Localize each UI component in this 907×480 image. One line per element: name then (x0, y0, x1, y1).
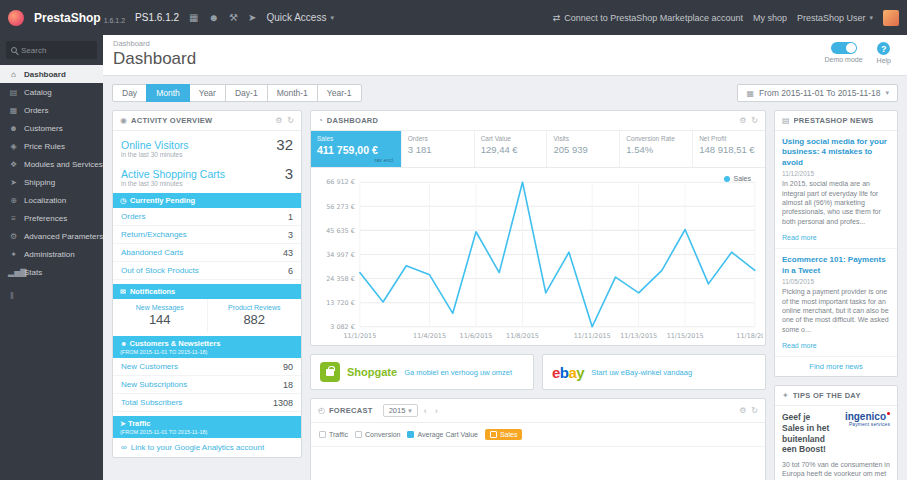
my-shop-link[interactable]: My shop (753, 13, 787, 23)
article-excerpt: Picking a payment provider is one of the… (782, 287, 890, 334)
activity-overview-panel: ◉ ACTIVITY OVERVIEW ⚙ ↻ Online Visitors … (112, 110, 302, 458)
year-minus-1-button[interactable]: Year-1 (317, 84, 362, 102)
prestashop-logo[interactable] (8, 10, 24, 26)
cart-icon[interactable]: ▦ (189, 12, 198, 23)
new-messages-cell[interactable]: New Messages 144 (113, 299, 208, 332)
sidebar-item-administration[interactable]: ✦ Administration (0, 245, 103, 263)
bag-icon (326, 369, 334, 376)
online-visitors-link[interactable]: Online Visitors (121, 139, 189, 151)
article-title-link[interactable]: Using social media for your business: 4 … (782, 137, 890, 168)
quick-access-label: Quick Access (266, 12, 326, 23)
svg-text:45 635 €: 45 635 € (326, 227, 355, 235)
settings-icon[interactable]: ⚙ (739, 406, 746, 415)
day-minus-1-button[interactable]: Day-1 (225, 84, 268, 102)
refresh-icon[interactable]: ↻ (751, 116, 758, 125)
shopgate-link[interactable]: Ga mobiel en verhoog uw omzet (404, 368, 512, 377)
avatar[interactable] (883, 10, 899, 26)
caret-down-icon: ▾ (869, 14, 873, 22)
sidebar-item-orders[interactable]: ▦ Orders (0, 101, 103, 119)
out-of-stock-link[interactable]: Out of Stock Products (121, 266, 199, 275)
new-subscriptions-link[interactable]: New Subscriptions (121, 380, 187, 389)
marketplace-link[interactable]: ⇄ Connect to PrestaShop Marketplace acco… (553, 13, 743, 23)
month-minus-1-button[interactable]: Month-1 (267, 84, 318, 102)
demo-mode-toggle[interactable] (831, 42, 857, 54)
kpi-conversion-rate[interactable]: Conversion Rate 1.54% (620, 131, 693, 167)
shop-name[interactable]: PS1.6.1.2 (135, 12, 179, 23)
svg-text:34 997 €: 34 997 € (326, 251, 355, 259)
kpi-orders[interactable]: Orders 3 181 (402, 131, 475, 167)
sidebar-item-customers[interactable]: ☻ Customers (0, 119, 103, 137)
section-subtitle: (FROM 2015-11-01 TO 2015-11-18) (120, 429, 207, 435)
month-button[interactable]: Month (146, 84, 190, 102)
product-reviews-cell[interactable]: Product Reviews 882 (208, 299, 302, 332)
person-icon[interactable]: ☻ (208, 12, 219, 23)
sidebar-item-dashboard[interactable]: ⌂ Dashboard (0, 65, 103, 83)
sidebar-collapse-button[interactable]: ‖ (0, 281, 103, 301)
sidebar-item-preferences[interactable]: ≡ Preferences (0, 209, 103, 227)
orders-pending-link[interactable]: Orders (121, 212, 145, 221)
customers-row: New Customers 90 (113, 358, 301, 376)
year-select[interactable]: 2015 ▾ (383, 404, 418, 417)
kpi-cart-value[interactable]: Cart Value 129,44 € (475, 131, 548, 167)
year-button[interactable]: Year (189, 84, 226, 102)
sidebar-item-shipping[interactable]: ➤ Shipping (0, 173, 103, 191)
ebay-link[interactable]: Start uw eBay-winkel vandaag (591, 368, 692, 377)
help-icon[interactable]: ? (877, 42, 890, 55)
settings-icon[interactable]: ⚙ (275, 116, 282, 125)
refresh-icon[interactable]: ↻ (287, 116, 294, 125)
sidebar-item-stats[interactable]: ▂▅▇ Stats (0, 263, 103, 281)
settings-icon[interactable]: ⚙ (739, 116, 746, 125)
marketplace-label: Connect to PrestaShop Marketplace accoun… (564, 13, 743, 23)
next-year-button[interactable]: › (433, 406, 440, 416)
refresh-icon[interactable]: ↻ (751, 406, 758, 415)
svg-text:11/11/2015: 11/11/2015 (574, 332, 611, 340)
stats-icon: ▂▅▇ (8, 268, 19, 277)
caret-down-icon: ▾ (885, 89, 889, 97)
brand-name[interactable]: PrestaShop (34, 11, 101, 25)
home-icon: ⌂ (8, 70, 19, 79)
page-title: Dashboard (113, 49, 196, 69)
legend-traffic[interactable]: Traffic (319, 431, 348, 438)
tools-icon[interactable]: ⚒ (229, 12, 238, 23)
user-label: PrestaShop User (797, 13, 866, 23)
date-range-picker[interactable]: ▦ From 2015-11-01 To 2015-11-18 ▾ (737, 84, 898, 102)
user-menu[interactable]: PrestaShop User ▾ (797, 13, 873, 23)
prev-year-button[interactable]: ‹ (422, 406, 429, 416)
svg-text:11/1/2015: 11/1/2015 (343, 332, 376, 340)
google-analytics-link[interactable]: ∞ Link to your Google Analytics account (121, 443, 293, 452)
sidebar-item-modules[interactable]: ❖ Modules and Services (0, 155, 103, 173)
new-customers-link[interactable]: New Customers (121, 362, 178, 371)
section-title: Currently Pending (130, 196, 195, 205)
day-button[interactable]: Day (112, 84, 147, 102)
rocket-icon[interactable]: ➤ (248, 12, 256, 23)
chart-legend-sales[interactable]: Sales (724, 175, 751, 182)
sidebar-item-label: Price Rules (24, 142, 65, 151)
quick-access-menu[interactable]: Quick Access ▾ (266, 12, 334, 23)
total-subscribers-link[interactable]: Total Subscribers (121, 398, 182, 407)
pending-row: Return/Exchanges 3 (113, 226, 301, 244)
tip-body: 30 tot 70% van de consumenten in Europa … (782, 460, 890, 480)
legend-conversion[interactable]: Conversion (355, 431, 400, 438)
sidebar-item-advanced-parameters[interactable]: ⚙ Advanced Parameters (0, 227, 103, 245)
legend-average-cart-value[interactable]: Average Cart Value (407, 431, 477, 438)
tips-panel: ✦ TIPS OF THE DAY Geef je Sales in het b… (774, 385, 898, 480)
returns-link[interactable]: Return/Exchanges (121, 230, 187, 239)
kpi-net-profit[interactable]: Net Profit 148 918,51 € (693, 131, 765, 167)
kpi-visits[interactable]: Visits 205 939 (547, 131, 620, 167)
read-more-link[interactable]: Read more (782, 234, 817, 241)
svg-text:56 273 €: 56 273 € (326, 203, 355, 211)
sidebar-item-price-rules[interactable]: ◈ Price Rules (0, 137, 103, 155)
envelope-icon: ✉ (120, 288, 126, 296)
sidebar-item-localization[interactable]: ⊕ Localization (0, 191, 103, 209)
legend-sales[interactable]: Sales (485, 429, 523, 440)
abandoned-carts-link[interactable]: Abandoned Carts (121, 248, 183, 257)
kpi-sales[interactable]: Sales 411 759,00 € tax excl. (311, 131, 402, 167)
kpi-label: Visits (553, 135, 613, 142)
active-carts-link[interactable]: Active Shopping Carts (121, 168, 225, 180)
read-more-link[interactable]: Read more (782, 342, 817, 349)
find-more-news-link[interactable]: Find more news (809, 362, 862, 371)
search-input[interactable] (21, 46, 91, 55)
article-title-link[interactable]: Ecommerce 101: Payments in a Tweet (782, 255, 890, 276)
sidebar-item-catalog[interactable]: ▤ Catalog (0, 83, 103, 101)
panel-title: TIPS OF THE DAY (793, 391, 861, 400)
